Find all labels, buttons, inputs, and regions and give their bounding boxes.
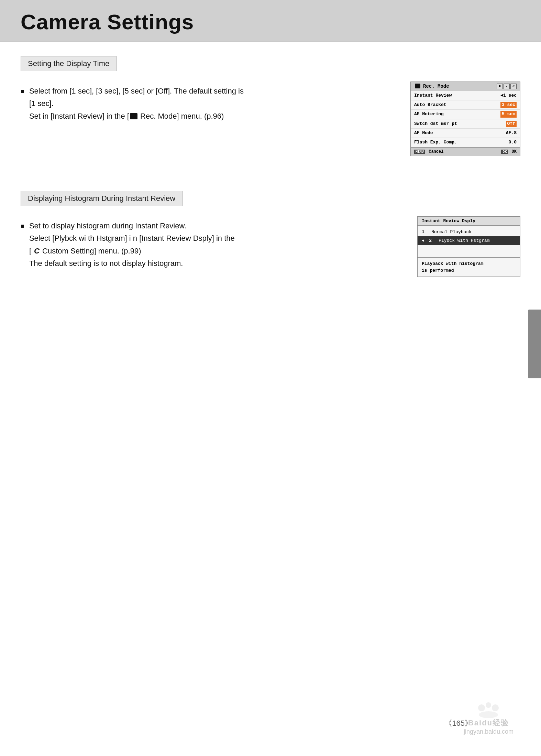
review-desc-2: is performed bbox=[422, 268, 454, 273]
cam-value-4: Off bbox=[506, 121, 517, 127]
review-arrow: ◄ bbox=[422, 238, 424, 243]
cam-row-4: Swtch dst msr pt Off bbox=[411, 119, 520, 129]
cam-label-2: Auto Bracket bbox=[414, 102, 446, 108]
review-spacer bbox=[418, 245, 520, 255]
svg-point-0 bbox=[478, 704, 485, 711]
cam-body: Instant Review ◄1 sec Auto Bracket 3 sec… bbox=[411, 91, 520, 147]
bullet-icon-2: ■ bbox=[21, 221, 24, 270]
section2-line4: The default setting is to not display hi… bbox=[29, 259, 183, 268]
side-tab bbox=[528, 310, 541, 378]
cam-header: Rec. Mode ■ ✕ C bbox=[411, 82, 520, 91]
cam-ok-label: OK bbox=[512, 149, 517, 154]
section2-box: Displaying Histogram During Instant Revi… bbox=[21, 191, 183, 206]
cam-value-2: 3 sec bbox=[500, 102, 517, 108]
section2-text: ■ Set to display histogram during Instan… bbox=[21, 216, 404, 270]
svg-point-2 bbox=[492, 704, 499, 711]
cam-label-5: AF Mode bbox=[414, 130, 433, 136]
section2-line3: [ C Custom Setting] menu. (p.99) bbox=[29, 247, 141, 255]
review-ui: Instant Review Dsply 1 Normal Playback ◄… bbox=[417, 216, 520, 277]
custom-setting-icon: C bbox=[34, 245, 40, 257]
cam-cancel-label: Cancel bbox=[429, 149, 443, 154]
cam-label-1: Instant Review bbox=[414, 93, 452, 99]
review-row-2: ◄ 2 Plybck with Hstgram bbox=[418, 236, 520, 245]
page-number: 《165》 bbox=[444, 718, 472, 728]
cam-footer-left: MENU Cancel bbox=[414, 149, 443, 154]
review-desc-1: Playback with histogram bbox=[422, 261, 483, 266]
review-row-1: 1 Normal Playback bbox=[418, 228, 520, 236]
section1-row: ■ Select from [1 sec], [3 sec], [5 sec] … bbox=[21, 82, 520, 156]
camera-ui-1: Rec. Mode ■ ✕ C Instant Review ◄1 sec Au… bbox=[410, 82, 520, 156]
cam-row-3: AE Metering 5 sec bbox=[411, 110, 520, 119]
svg-point-3 bbox=[479, 711, 498, 718]
section2-row: ■ Set to display histogram during Instan… bbox=[21, 216, 520, 277]
section1-line2: [1 sec]. bbox=[29, 99, 54, 108]
cam-row-2: Auto Bracket 3 sec bbox=[411, 100, 520, 110]
section1-box: Setting the Display Time bbox=[21, 56, 117, 71]
menu-btn: MENU bbox=[414, 150, 425, 154]
cam-title-text: Rec. Mode bbox=[423, 84, 449, 89]
section-divider bbox=[21, 177, 520, 177]
page-header: Camera Settings bbox=[0, 0, 541, 42]
cam-footer-right: OK OK bbox=[501, 149, 517, 154]
cam-value-1: ◄1 sec bbox=[500, 93, 517, 99]
cam-row-6: Flash Exp. Comp. 0.0 bbox=[411, 138, 520, 147]
section2-bullet-content: Set to display histogram during Instant … bbox=[29, 220, 235, 270]
review-num-1: 1 bbox=[422, 229, 427, 235]
camera-icon bbox=[130, 113, 137, 119]
cam-icon-box-3: C bbox=[510, 84, 517, 89]
content-area: Setting the Display Time ■ Select from [… bbox=[0, 42, 541, 311]
section2-line1: Set to display histogram during Instant … bbox=[29, 222, 186, 230]
svg-point-1 bbox=[486, 702, 491, 708]
ok-btn: OK bbox=[501, 150, 508, 154]
cam-title-icon bbox=[415, 84, 420, 88]
cam-label-6: Flash Exp. Comp. bbox=[414, 139, 457, 145]
cam-value-6: 0.0 bbox=[509, 139, 517, 145]
section1-bullet-content: Select from [1 sec], [3 sec], [5 sec] or… bbox=[29, 85, 244, 122]
cam-value-5: AF.S bbox=[506, 130, 517, 136]
review-body: 1 Normal Playback ◄ 2 Plybck with Hstgra… bbox=[418, 226, 520, 257]
cam-footer: MENU Cancel OK OK bbox=[411, 147, 520, 156]
section1-line3: Set in [Instant Review] in the [ Rec. Mo… bbox=[29, 112, 224, 120]
page-title: Camera Settings bbox=[21, 10, 520, 34]
baidu-logo-svg bbox=[475, 702, 502, 719]
review-num-2: 2 bbox=[429, 238, 434, 243]
cam-row-5: AF Mode AF.S bbox=[411, 129, 520, 138]
cam-icon-box-2: ✕ bbox=[504, 84, 510, 89]
section2-bullet: ■ Set to display histogram during Instan… bbox=[21, 220, 404, 270]
cam-label-3: AE Metering bbox=[414, 111, 444, 117]
review-label-2: Plybck with Hstgram bbox=[439, 238, 489, 243]
cam-value-3: 5 sec bbox=[500, 111, 517, 117]
cam-header-icons: ■ ✕ C bbox=[497, 84, 517, 89]
section1-line1: Select from [1 sec], [3 sec], [5 sec] or… bbox=[29, 87, 244, 95]
bullet-icon-1: ■ bbox=[21, 86, 24, 122]
cam-header-title: Rec. Mode bbox=[414, 84, 449, 89]
section1-bullet: ■ Select from [1 sec], [3 sec], [5 sec] … bbox=[21, 85, 397, 122]
watermark-url: jingyan.baidu.com bbox=[464, 728, 514, 735]
section1-text: ■ Select from [1 sec], [3 sec], [5 sec] … bbox=[21, 82, 397, 122]
cam-label-4: Swtch dst msr pt bbox=[414, 121, 457, 127]
section2-line2: Select [Plybck wi th Hstgram] i n [Insta… bbox=[29, 234, 235, 242]
cam-row-1: Instant Review ◄1 sec bbox=[411, 91, 520, 100]
review-desc: Playback with histogram is performed bbox=[418, 257, 520, 277]
review-header: Instant Review Dsply bbox=[418, 217, 520, 226]
cam-icon-box-1: ■ bbox=[497, 84, 503, 89]
review-label-1: Normal Playback bbox=[431, 229, 472, 235]
